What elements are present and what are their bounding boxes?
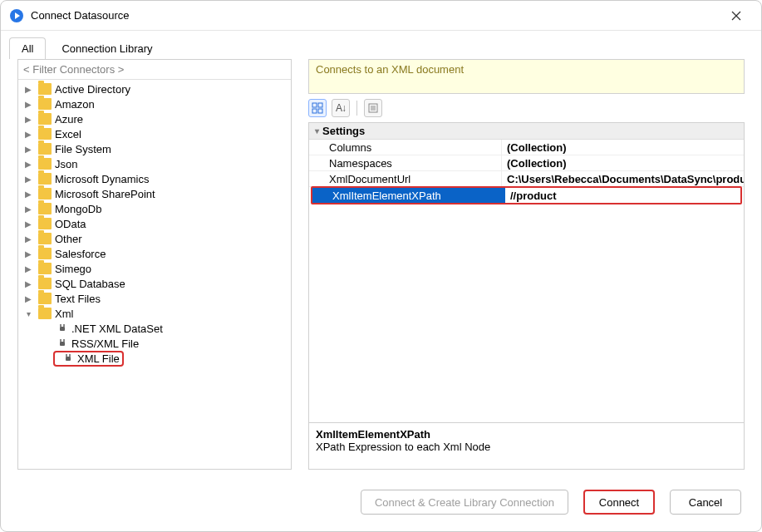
chevron-down-icon: ▾ xyxy=(23,309,33,318)
chevron-right-icon: ▶ xyxy=(23,85,33,94)
svg-rect-13 xyxy=(312,103,317,107)
tree-item-active-directory[interactable]: ▶Active Directory xyxy=(18,81,291,96)
chevron-right-icon: ▶ xyxy=(23,204,33,214)
folder-icon xyxy=(38,83,52,95)
categorize-button[interactable] xyxy=(308,99,327,117)
category-row-settings[interactable]: ▾ Settings xyxy=(309,123,744,140)
chevron-right-icon: ▶ xyxy=(23,264,33,273)
tree-item-salesforce[interactable]: ▶Salesforce xyxy=(18,246,291,261)
tree-item-microsoft-sharepoint[interactable]: ▶Microsoft SharePoint xyxy=(18,186,291,201)
tab-all[interactable]: All xyxy=(9,37,46,59)
chevron-right-icon: ▶ xyxy=(23,175,33,184)
tree-item-mongodb[interactable]: ▶MongoDb xyxy=(18,201,291,216)
connector-icon xyxy=(57,323,68,334)
sort-az-button[interactable]: A↓ xyxy=(332,99,350,117)
tree-item-json[interactable]: ▶Json xyxy=(18,156,291,171)
chevron-right-icon: ▶ xyxy=(23,249,33,259)
tree-item-xml-file[interactable]: XML File xyxy=(18,351,291,366)
filter-input[interactable]: < Filter Connectors > xyxy=(18,60,291,80)
cancel-button[interactable]: Cancel xyxy=(670,490,741,515)
folder-icon xyxy=(38,263,52,274)
tree-item-net-xml-dataset[interactable]: .NET XML DataSet xyxy=(18,321,291,336)
settings-panel: Connects to an XML document A↓ ▾ Setting… xyxy=(308,59,745,470)
tree-item-microsoft-dynamics[interactable]: ▶Microsoft Dynamics xyxy=(18,171,291,186)
tree-item-sql-database[interactable]: ▶SQL Database xyxy=(18,276,291,291)
folder-icon xyxy=(38,158,52,170)
svg-rect-4 xyxy=(60,327,65,331)
tree-item-text-files[interactable]: ▶Text Files xyxy=(18,291,291,306)
folder-icon xyxy=(38,188,52,200)
connector-tree-panel: < Filter Connectors > ▶Active Directory … xyxy=(17,59,292,470)
folder-icon xyxy=(38,203,52,214)
tree-item-amazon[interactable]: ▶Amazon xyxy=(18,96,291,111)
chevron-right-icon: ▶ xyxy=(23,130,33,139)
tree-item-excel[interactable]: ▶Excel xyxy=(18,126,291,141)
chevron-down-icon: ▾ xyxy=(311,126,322,135)
chevron-right-icon: ▶ xyxy=(23,145,33,154)
tree-item-simego[interactable]: ▶Simego xyxy=(18,261,291,276)
folder-icon xyxy=(38,278,52,289)
connect-create-library-button: Connect & Create Library Connection xyxy=(361,490,568,515)
folder-icon xyxy=(38,173,52,185)
folder-icon xyxy=(38,218,52,229)
tabs: All Connection Library xyxy=(1,31,761,59)
dialog-window: Connect Datasource All Connection Librar… xyxy=(0,0,762,532)
tree-item-other[interactable]: ▶Other xyxy=(18,231,291,246)
chevron-right-icon: ▶ xyxy=(23,115,33,124)
chevron-right-icon: ▶ xyxy=(23,279,33,288)
svg-rect-15 xyxy=(312,109,317,113)
tree-item-odata[interactable]: ▶OData xyxy=(18,216,291,231)
property-grid: ▾ Settings Columns (Collection) Namespac… xyxy=(308,122,745,470)
dialog-buttons: Connect & Create Library Connection Conn… xyxy=(1,478,761,531)
connector-icon xyxy=(62,352,74,364)
svg-rect-10 xyxy=(66,357,71,361)
tree-item-azure[interactable]: ▶Azure xyxy=(18,111,291,126)
svg-rect-7 xyxy=(60,342,65,346)
folder-icon xyxy=(38,98,52,110)
tree-item-rss-xml-file[interactable]: RSS/XML File xyxy=(18,336,291,351)
connect-button[interactable]: Connect xyxy=(583,490,655,515)
property-row-xmldocumenturl[interactable]: XmlDocumentUrl C:\Users\Rebecca\Document… xyxy=(309,171,744,187)
toolbar-separator xyxy=(356,101,357,116)
titlebar: Connect Datasource xyxy=(1,1,761,31)
folder-icon xyxy=(38,143,52,155)
chevron-right-icon: ▶ xyxy=(23,234,33,244)
folder-icon xyxy=(38,128,52,140)
property-row-namespaces[interactable]: Namespaces (Collection) xyxy=(309,155,744,171)
folder-icon xyxy=(38,233,52,244)
property-row-xmlitemelementxpath[interactable]: XmlItemElementXPath //product xyxy=(311,186,742,204)
svg-rect-16 xyxy=(318,109,322,113)
content-area: < Filter Connectors > ▶Active Directory … xyxy=(1,59,761,478)
property-description: XmlItemElementXPath XPath Expression to … xyxy=(309,422,744,469)
connector-icon xyxy=(57,337,68,349)
close-button[interactable] xyxy=(720,1,753,30)
chevron-right-icon: ▶ xyxy=(23,160,33,169)
chevron-right-icon: ▶ xyxy=(23,219,33,229)
tree-item-file-system[interactable]: ▶File System xyxy=(18,141,291,156)
connector-tree[interactable]: ▶Active Directory ▶Amazon ▶Azure ▶Excel … xyxy=(18,80,291,469)
app-icon xyxy=(9,8,24,23)
chevron-right-icon: ▶ xyxy=(23,190,33,199)
description-box: Connects to an XML document xyxy=(308,59,745,94)
folder-icon xyxy=(38,113,52,125)
property-toolbar: A↓ xyxy=(308,94,745,122)
property-pages-button[interactable] xyxy=(364,99,382,117)
folder-icon xyxy=(38,308,52,319)
tab-connection-library[interactable]: Connection Library xyxy=(49,37,165,59)
svg-rect-14 xyxy=(318,103,322,107)
property-row-columns[interactable]: Columns (Collection) xyxy=(309,140,744,155)
folder-icon xyxy=(38,248,52,259)
window-title: Connect Datasource xyxy=(31,9,720,22)
chevron-right-icon: ▶ xyxy=(23,100,33,109)
chevron-right-icon: ▶ xyxy=(23,294,33,303)
tree-item-xml[interactable]: ▾Xml xyxy=(18,306,291,321)
folder-icon xyxy=(38,293,52,304)
